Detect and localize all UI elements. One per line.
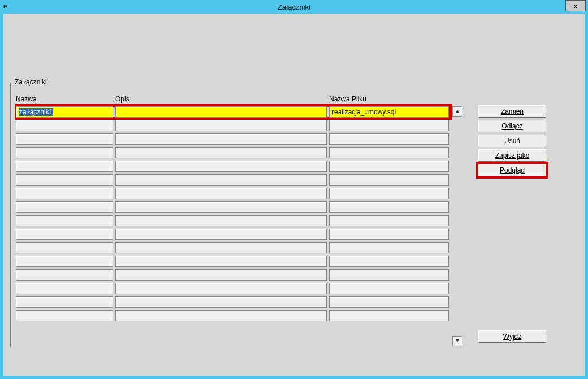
cell-nazwa-pliku[interactable] — [329, 269, 449, 281]
podglad-button[interactable]: Podgląd — [478, 164, 546, 176]
cell-nazwa-pliku[interactable] — [329, 215, 449, 226]
dialog-window: e Załączniki x Za łączniki Nazwa Opis Na… — [0, 0, 588, 379]
wyjdz-button[interactable]: Wyjdź — [478, 330, 546, 343]
table-row[interactable] — [16, 132, 451, 146]
cell-nazwa[interactable] — [16, 269, 113, 281]
cell-nazwa-pliku[interactable] — [329, 120, 449, 131]
column-header-nazwa-pliku[interactable]: Nazwa Pliku — [329, 95, 366, 103]
cell-nazwa-pliku[interactable] — [329, 147, 449, 158]
cell-nazwa-pliku[interactable] — [329, 133, 449, 145]
cell-opis[interactable] — [115, 120, 327, 131]
close-button[interactable]: x — [565, 0, 586, 11]
cell-opis[interactable] — [115, 201, 327, 213]
cell-opis[interactable] — [115, 269, 327, 281]
table-row[interactable] — [16, 282, 451, 295]
cell-nazwa[interactable] — [16, 147, 113, 158]
cell-nazwa[interactable]: za łącznik1 — [16, 106, 113, 118]
cell-nazwa-pliku[interactable] — [329, 201, 449, 213]
table-row[interactable] — [16, 160, 451, 173]
cell-nazwa[interactable] — [16, 188, 113, 199]
app-icon: e — [3, 2, 7, 11]
cell-opis[interactable] — [115, 174, 327, 186]
cell-opis[interactable] — [115, 283, 327, 294]
column-header-nazwa[interactable]: Nazwa — [16, 95, 37, 103]
table-row[interactable] — [16, 200, 451, 214]
cell-opis[interactable] — [115, 256, 327, 267]
cell-nazwa-pliku[interactable] — [329, 256, 449, 267]
cell-nazwa[interactable] — [16, 242, 113, 253]
cell-opis[interactable] — [115, 242, 327, 253]
cell-nazwa-pliku[interactable] — [329, 174, 449, 186]
cell-nazwa-pliku[interactable] — [329, 229, 449, 240]
cell-opis[interactable] — [115, 229, 327, 240]
cell-nazwa[interactable] — [16, 283, 113, 294]
cell-nazwa[interactable] — [16, 215, 113, 226]
cell-nazwa-pliku[interactable] — [329, 283, 449, 294]
table-row[interactable] — [16, 173, 451, 187]
cell-nazwa-pliku[interactable] — [329, 296, 449, 308]
cell-opis[interactable] — [115, 161, 327, 172]
vertical-scrollbar[interactable]: ▲ ▼ — [452, 106, 462, 346]
scroll-up-button[interactable]: ▲ — [452, 106, 462, 117]
zamien-button[interactable]: Zamień — [478, 105, 546, 118]
cell-nazwa-pliku[interactable] — [329, 161, 449, 172]
cell-opis[interactable] — [115, 106, 327, 118]
cell-opis[interactable] — [115, 147, 327, 158]
cell-nazwa[interactable] — [16, 120, 113, 131]
table-row[interactable] — [16, 146, 451, 160]
table-row[interactable] — [16, 227, 451, 241]
titlebar: e Załączniki x — [0, 0, 588, 14]
table-row[interactable] — [16, 241, 451, 255]
action-buttons: Zamień Odłącz Usuń Zapisz jako Podgląd — [478, 105, 546, 176]
cell-opis[interactable] — [115, 188, 327, 199]
table-row[interactable] — [16, 309, 451, 322]
table-row[interactable] — [16, 295, 451, 309]
usun-button[interactable]: Usuń — [478, 135, 546, 147]
cell-nazwa-pliku[interactable] — [329, 310, 449, 321]
table-row[interactable] — [16, 214, 451, 227]
dialog-body: Za łączniki Nazwa Opis Nazwa Pliku za łą… — [3, 14, 585, 376]
table-row[interactable] — [16, 119, 451, 132]
attachments-table: Nazwa Opis Nazwa Pliku za łącznik1realiz… — [16, 95, 451, 347]
cell-opis[interactable] — [115, 310, 327, 321]
table-grid: za łącznik1realizacja_umowy.sql — [16, 105, 451, 322]
zapisz-jako-button[interactable]: Zapisz jako — [478, 149, 546, 162]
odlacz-button[interactable]: Odłącz — [478, 120, 546, 132]
cell-nazwa[interactable] — [16, 256, 113, 267]
window-title: Załączniki — [0, 3, 588, 11]
table-row[interactable]: za łącznik1realizacja_umowy.sql — [16, 105, 451, 119]
cell-nazwa[interactable] — [16, 133, 113, 145]
cell-nazwa[interactable] — [16, 296, 113, 308]
table-row[interactable] — [16, 187, 451, 200]
cell-opis[interactable] — [115, 215, 327, 226]
cell-nazwa-pliku[interactable] — [329, 188, 449, 199]
scroll-down-button[interactable]: ▼ — [452, 336, 462, 346]
cell-nazwa-pliku[interactable] — [329, 242, 449, 253]
cell-nazwa[interactable] — [16, 310, 113, 321]
cell-nazwa-pliku[interactable]: realizacja_umowy.sql — [329, 106, 449, 118]
cell-nazwa[interactable] — [16, 174, 113, 186]
cell-opis[interactable] — [115, 133, 327, 145]
table-row[interactable] — [16, 255, 451, 268]
cell-nazwa[interactable] — [16, 161, 113, 172]
column-header-opis[interactable]: Opis — [115, 95, 129, 103]
cell-nazwa[interactable] — [16, 229, 113, 240]
cell-nazwa[interactable] — [16, 201, 113, 213]
table-headers: Nazwa Opis Nazwa Pliku — [16, 95, 451, 104]
table-row[interactable] — [16, 268, 451, 282]
cell-opis[interactable] — [115, 296, 327, 308]
